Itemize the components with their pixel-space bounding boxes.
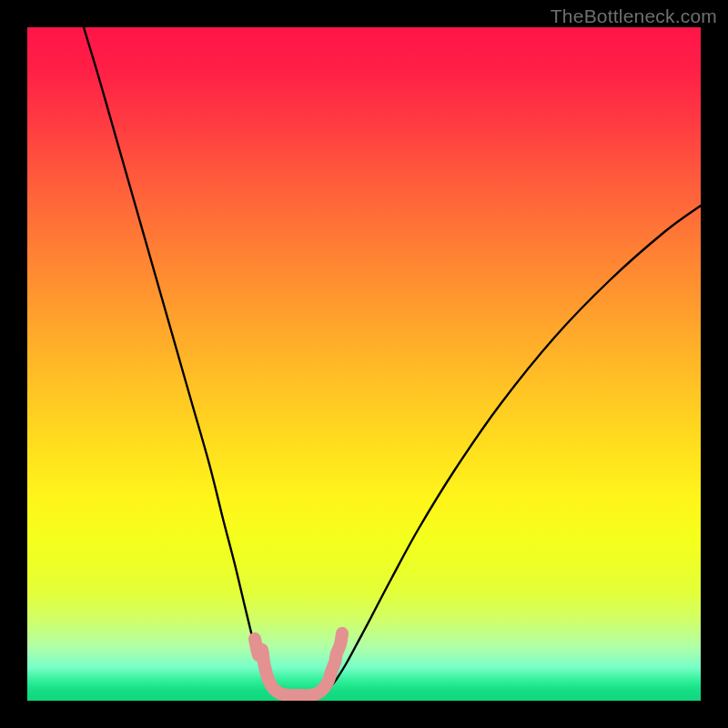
plot-area bbox=[27, 27, 701, 701]
watermark-text: TheBottleneck.com bbox=[551, 5, 717, 27]
series-left_curve bbox=[84, 27, 286, 695]
curve-svg bbox=[27, 27, 701, 701]
chart-frame: TheBottleneck.com bbox=[0, 0, 728, 728]
series-bottom_pink_segment bbox=[255, 633, 342, 695]
series-right_curve bbox=[315, 206, 701, 695]
